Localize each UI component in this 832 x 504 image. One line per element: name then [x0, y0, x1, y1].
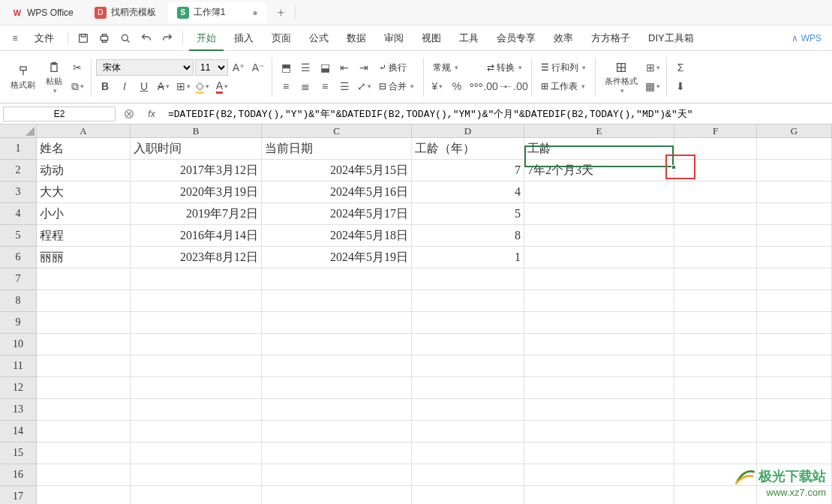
cell-A9[interactable] [37, 312, 131, 334]
cell-B2[interactable]: 2017年3月12日 [131, 160, 262, 182]
cell-E2[interactable]: 7年2个月3天 [524, 160, 674, 182]
cell-D4[interactable]: 5 [412, 203, 524, 225]
cell-B12[interactable] [131, 377, 262, 399]
menu-view[interactable]: 视图 [414, 32, 449, 45]
cell-F11[interactable] [674, 356, 757, 377]
cell-D11[interactable] [412, 356, 524, 377]
cell-C2[interactable]: 2024年5月15日 [262, 160, 412, 182]
cell-C16[interactable] [262, 464, 412, 486]
cell-A12[interactable] [37, 377, 131, 399]
cell-D16[interactable] [412, 464, 524, 486]
col-header-G[interactable]: G [757, 124, 832, 138]
col-header-A[interactable]: A [37, 124, 131, 138]
cell-B8[interactable] [131, 290, 262, 312]
cell-C15[interactable] [262, 442, 412, 464]
cell-G9[interactable] [757, 312, 832, 334]
merge-button[interactable]: ⊟ 合并 [374, 78, 419, 94]
paste-button[interactable]: 粘贴 [41, 58, 67, 96]
strikethrough-icon[interactable]: A [155, 78, 173, 94]
cell-C5[interactable]: 2024年5月18日 [262, 225, 412, 247]
row-header-7[interactable]: 7 [0, 268, 37, 290]
decrease-indent-icon[interactable]: ⇤ [335, 59, 353, 76]
cell-D13[interactable] [412, 399, 524, 421]
name-box[interactable] [3, 106, 116, 122]
col-header-D[interactable]: D [412, 124, 524, 138]
hamburger-menu-icon[interactable]: ≡ [6, 29, 24, 47]
cell-A4[interactable]: 小小 [37, 203, 131, 225]
menu-review[interactable]: 审阅 [377, 32, 411, 45]
row-header-2[interactable]: 2 [0, 160, 37, 182]
cell-D17[interactable] [412, 486, 524, 504]
align-top-icon[interactable]: ⬒ [277, 59, 295, 76]
cell-A8[interactable] [37, 290, 131, 312]
row-header-5[interactable]: 5 [0, 225, 37, 247]
decrease-font-icon[interactable]: A⁻ [249, 59, 267, 76]
cell-A5[interactable]: 程程 [37, 225, 131, 247]
row-header-17[interactable]: 17 [0, 486, 37, 504]
cell-D2[interactable]: 7 [412, 160, 524, 182]
row-header-1[interactable]: 1 [0, 138, 37, 160]
cell-F10[interactable] [674, 334, 757, 356]
cell-B5[interactable]: 2016年4月14日 [131, 225, 262, 247]
fx-icon[interactable]: fx [143, 106, 161, 122]
cell-B3[interactable]: 2020年3月19日 [131, 182, 262, 203]
cell-G4[interactable] [757, 203, 832, 225]
cell-styles-icon[interactable]: ⊞ [644, 59, 662, 76]
cell-B11[interactable] [131, 356, 262, 377]
align-bottom-icon[interactable]: ⬓ [316, 59, 334, 76]
cell-G2[interactable] [757, 160, 832, 182]
cell-A17[interactable] [37, 486, 131, 504]
cell-G8[interactable] [757, 290, 832, 312]
cell-E15[interactable] [524, 442, 674, 464]
cell-E12[interactable] [524, 377, 674, 399]
cell-G12[interactable] [757, 377, 832, 399]
cell-D5[interactable]: 8 [412, 225, 524, 247]
print-icon[interactable] [95, 29, 113, 47]
col-header-B[interactable]: B [131, 124, 262, 138]
cell-A16[interactable] [37, 464, 131, 486]
percent-icon[interactable]: % [448, 78, 466, 94]
tab-workbook[interactable]: S 工作簿1 ● [168, 2, 267, 23]
cell-A11[interactable] [37, 356, 131, 377]
menu-fanggezi[interactable]: 方方格子 [584, 32, 638, 45]
cell-E1[interactable]: 工龄 [524, 138, 674, 160]
cell-C10[interactable] [262, 334, 412, 356]
cell-C13[interactable] [262, 399, 412, 421]
cell-G15[interactable] [757, 442, 832, 464]
wps-ai-link[interactable]: ∧ WPS [787, 33, 826, 44]
cell-G10[interactable] [757, 334, 832, 356]
copy-icon[interactable]: ⧉ [68, 78, 86, 94]
cell-B15[interactable] [131, 442, 262, 464]
cell-D12[interactable] [412, 377, 524, 399]
row-header-10[interactable]: 10 [0, 334, 37, 356]
cell-G1[interactable] [757, 138, 832, 160]
cell-F12[interactable] [674, 377, 757, 399]
cell-C1[interactable]: 当前日期 [262, 138, 412, 160]
cancel-formula-icon[interactable] [120, 106, 138, 122]
cell-F3[interactable] [674, 182, 757, 203]
cell-B10[interactable] [131, 334, 262, 356]
cell-A10[interactable] [37, 334, 131, 356]
fill-icon[interactable]: ⬇ [671, 78, 689, 94]
col-header-C[interactable]: C [262, 124, 412, 138]
cell-E3[interactable] [524, 182, 674, 203]
cell-C17[interactable] [262, 486, 412, 504]
cell-A3[interactable]: 大大 [37, 182, 131, 203]
orientation-icon[interactable]: ⤢ [355, 78, 373, 94]
font-family-select[interactable]: 宋体 [96, 59, 194, 76]
cell-D14[interactable] [412, 421, 524, 442]
select-all-corner[interactable] [0, 124, 37, 138]
cell-B4[interactable]: 2019年7月2日 [131, 203, 262, 225]
cell-B1[interactable]: 入职时间 [131, 138, 262, 160]
cell-D7[interactable] [412, 268, 524, 290]
cell-E17[interactable] [524, 486, 674, 504]
row-header-15[interactable]: 15 [0, 442, 37, 464]
italic-icon[interactable]: I [116, 78, 134, 94]
col-header-E[interactable]: E [524, 124, 674, 138]
cell-C4[interactable]: 2024年5月17日 [262, 203, 412, 225]
number-format-select[interactable]: 常规 [428, 59, 481, 76]
tab-templates[interactable]: D 找稻壳模板 [86, 2, 165, 23]
cell-B14[interactable] [131, 421, 262, 442]
worksheet-button[interactable]: ⊞ 工作表 [536, 78, 590, 94]
cell-C11[interactable] [262, 356, 412, 377]
